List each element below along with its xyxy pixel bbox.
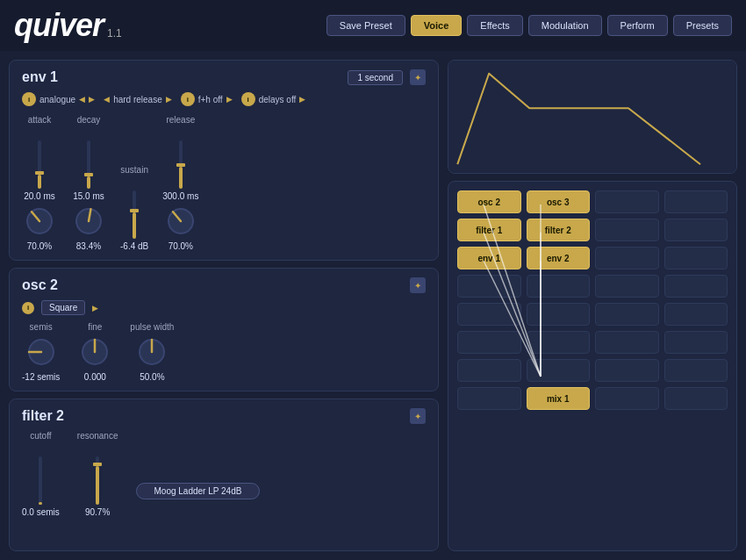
routing-cell-r1c2[interactable]: [595, 219, 659, 241]
routing-panel: osc 2 osc 3 filter 1 filter 2 env 1 env …: [448, 181, 737, 551]
fine-label: fine: [88, 322, 102, 332]
routing-cell-osc3[interactable]: osc 3: [527, 190, 591, 213]
routing-cell-r4c3[interactable]: [664, 303, 728, 326]
env1-controls-row: i analogue ◀ ▶ ◀ hard release ▶ i f+h of…: [22, 92, 426, 106]
header: quiver 1.1 Save Preset Voice Effects Mod…: [0, 0, 746, 51]
routing-cell-filter2[interactable]: filter 2: [527, 219, 591, 241]
routing-cell-r3c2[interactable]: [595, 275, 659, 298]
resonance-label: resonance: [77, 431, 118, 441]
fine-knob[interactable]: [77, 334, 112, 370]
save-preset-button[interactable]: Save Preset: [326, 15, 405, 36]
attack-knob[interactable]: [22, 204, 57, 239]
release-value: 300.0 ms: [162, 191, 198, 201]
env1-header: env 1 1 second ✦: [22, 69, 426, 85]
routing-cell-r3c3[interactable]: [664, 275, 728, 298]
cutoff-label: cutoff: [30, 431, 51, 441]
routing-cell-r6c1[interactable]: [527, 359, 591, 382]
routing-cell-r5c1[interactable]: [527, 331, 591, 354]
osc2-controls: i Square ▶: [22, 300, 426, 315]
release-slider[interactable]: [179, 127, 183, 189]
analogue-label: analogue: [39, 95, 75, 104]
right-column: osc 2 osc 3 filter 1 filter 2 env 1 env …: [448, 60, 737, 551]
osc2-info-icon[interactable]: i: [22, 302, 34, 314]
osc2-waveform-select[interactable]: Square: [41, 300, 85, 315]
waveform-display: [448, 60, 737, 174]
routing-cell-env1[interactable]: env 1: [457, 247, 521, 269]
env1-decay-group: decay 15.0 ms 83.4%: [71, 115, 106, 251]
fth-right-arrow[interactable]: ▶: [226, 95, 233, 104]
env1-panel: env 1 1 second ✦ i analogue ◀ ▶ ◀ hard r…: [9, 60, 439, 261]
routing-cell-filter1[interactable]: filter 1: [457, 219, 521, 241]
hard-release-right-arrow[interactable]: ▶: [166, 95, 172, 104]
decay-slider[interactable]: [87, 127, 90, 189]
analogue-right-arrow[interactable]: ▶: [89, 95, 95, 104]
routing-cell-r6c2[interactable]: [595, 359, 659, 382]
cutoff-slider[interactable]: [39, 443, 42, 505]
routing-cell-r2c2[interactable]: [595, 247, 659, 269]
filter2-settings-icon[interactable]: ✦: [410, 408, 426, 424]
filter2-knobs: cutoff 0.0 semis resonance: [22, 431, 426, 517]
osc2-title: osc 2: [22, 277, 58, 293]
osc2-waveform-right-arrow[interactable]: ▶: [92, 304, 98, 312]
left-column: env 1 1 second ✦ i analogue ◀ ▶ ◀ hard r…: [9, 60, 439, 551]
osc2-pw-group: pulse width 50.0%: [130, 322, 174, 382]
filter2-header: filter 2 ✦: [22, 408, 426, 424]
main-content: env 1 1 second ✦ i analogue ◀ ▶ ◀ hard r…: [0, 51, 746, 560]
routing-cell-r7c3[interactable]: [664, 387, 728, 410]
env1-time-display[interactable]: 1 second: [348, 70, 403, 85]
routing-cell-r2c3[interactable]: [664, 247, 728, 269]
routing-cell-r3c1[interactable]: [527, 275, 591, 298]
routing-cell-r5c2[interactable]: [595, 331, 659, 354]
decay-knob[interactable]: [71, 204, 106, 239]
routing-cell-r4c0[interactable]: [457, 303, 521, 326]
env1-ctrl-fth: i f+h off ▶: [181, 92, 233, 106]
routing-cell-r0c2[interactable]: [595, 190, 659, 213]
env1-attack-group: attack 20.0 ms 70.0%: [22, 115, 57, 251]
routing-cell-r4c2[interactable]: [595, 303, 659, 326]
filter2-resonance-group: resonance 90.7%: [77, 431, 118, 517]
fth-info-icon[interactable]: i: [181, 92, 195, 106]
osc2-header: osc 2 ✦: [22, 277, 426, 293]
env1-ctrl-delays: i delays off ▶: [241, 92, 306, 106]
nav-modulation-button[interactable]: Modulation: [528, 15, 602, 36]
release-knob[interactable]: [163, 204, 198, 239]
delays-info-icon[interactable]: i: [241, 92, 255, 106]
semis-knob[interactable]: [24, 334, 59, 370]
routing-cell-r4c1[interactable]: [527, 303, 591, 326]
routing-cell-r7c0[interactable]: [457, 387, 521, 410]
routing-cell-osc2[interactable]: osc 2: [457, 190, 521, 213]
routing-cell-r6c0[interactable]: [457, 359, 521, 382]
osc2-knobs: semis -12 semis fine 0.000 p: [22, 322, 426, 382]
analogue-left-arrow[interactable]: ◀: [79, 95, 85, 104]
waveform-svg: [448, 61, 736, 173]
nav-voice-button[interactable]: Voice: [411, 15, 463, 36]
pw-knob[interactable]: [134, 334, 169, 370]
routing-cell-r1c3[interactable]: [664, 219, 728, 241]
filter-type-button[interactable]: Moog Ladder LP 24dB: [136, 483, 261, 499]
fine-value: 0.000: [84, 372, 106, 382]
attack-slider[interactable]: [38, 127, 41, 189]
svg-rect-6: [448, 61, 736, 173]
resonance-slider[interactable]: [96, 443, 99, 505]
routing-cell-r6c3[interactable]: [664, 359, 728, 382]
routing-cell-r7c2[interactable]: [595, 387, 659, 410]
routing-cell-r5c3[interactable]: [664, 331, 728, 354]
delays-label: delays off: [259, 95, 297, 104]
routing-cell-r0c3[interactable]: [664, 190, 728, 213]
delays-right-arrow[interactable]: ▶: [299, 95, 305, 104]
routing-cell-env2[interactable]: env 2: [527, 247, 591, 269]
sustain-slider[interactable]: [133, 177, 136, 239]
routing-cell-r5c0[interactable]: [457, 331, 521, 354]
nav-buttons: Save Preset Voice Effects Modulation Per…: [326, 15, 732, 36]
osc2-settings-icon[interactable]: ✦: [410, 277, 426, 293]
hard-release-left-arrow[interactable]: ◀: [104, 95, 110, 104]
filter2-cutoff-group: cutoff 0.0 semis: [22, 431, 60, 517]
routing-cell-r3c0[interactable]: [457, 275, 521, 298]
analogue-info-icon[interactable]: i: [22, 92, 36, 106]
routing-cell-mix1[interactable]: mix 1: [527, 387, 591, 410]
env1-settings-icon[interactable]: ✦: [410, 69, 426, 85]
nav-effects-button[interactable]: Effects: [467, 15, 522, 36]
nav-presets-button[interactable]: Presets: [673, 15, 732, 36]
nav-perform-button[interactable]: Perform: [607, 15, 668, 36]
decay-value: 15.0 ms: [73, 191, 104, 201]
